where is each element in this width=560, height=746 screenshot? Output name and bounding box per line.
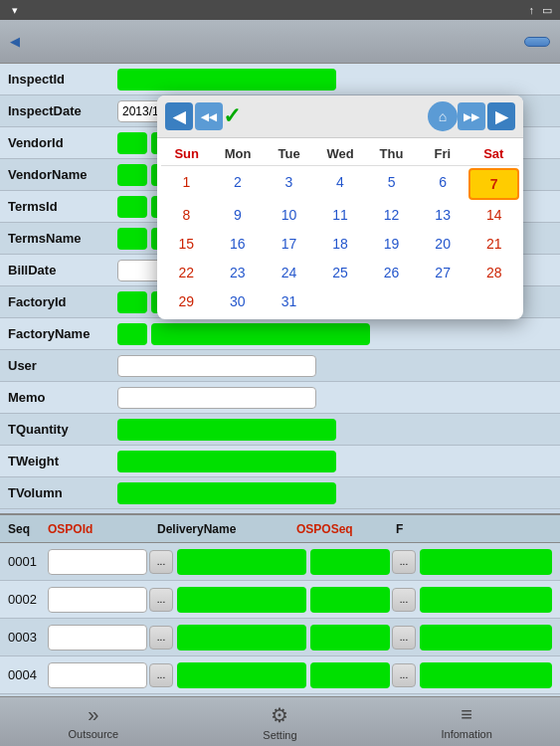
cal-day-8[interactable]: 8 [161,201,212,229]
field-label-termsid: TermsId [8,199,117,214]
cal-day-20[interactable]: 20 [418,230,468,258]
td-delivery[interactable] [177,625,306,651]
signal-icon: ↑ [529,4,535,16]
field-green-inspectid[interactable] [117,69,336,91]
td-ospo[interactable] [48,549,147,575]
cal-day-17[interactable]: 17 [264,230,314,258]
cal-day-30[interactable]: 30 [213,287,264,315]
field-small-green-factoryid[interactable] [117,291,147,313]
cal-day-23[interactable]: 23 [213,259,264,286]
field-green-tvolumn[interactable] [117,482,336,504]
td-ospo[interactable] [48,587,147,613]
field-label-billdate: BillDate [8,263,117,278]
cal-day-31[interactable]: 31 [264,287,314,315]
cal-day-7[interactable]: 7 [468,168,519,200]
cal-home-button[interactable]: ⌂ [428,101,458,131]
th-f: F [396,522,552,536]
field-small-green-vendorid[interactable] [117,132,147,154]
cal-day-6[interactable]: 6 [418,168,468,200]
td-osposeq-dots[interactable]: ... [392,626,416,650]
cal-day-27[interactable]: 27 [418,259,468,286]
td-osposeq[interactable] [310,587,390,613]
cal-day-4[interactable]: 4 [315,168,366,200]
td-delivery[interactable] [177,662,306,688]
td-last[interactable] [420,587,552,613]
cal-day-15[interactable]: 15 [161,230,212,258]
cal-day-name-mon: Mon [212,142,263,166]
cal-next-month-button[interactable]: ▶ [487,102,515,130]
cal-days[interactable]: 1234567891011121314151617181920212223242… [161,168,519,315]
cal-day-16[interactable]: 16 [213,230,264,258]
field-label-inspectdate: InspectDate [8,103,117,118]
cal-day-5[interactable]: 5 [366,168,417,200]
cal-prev-month-button[interactable]: ◀ [165,102,193,130]
td-last[interactable] [420,549,552,575]
table-header: Seq OSPOId DeliveryName OSPOSeq F [0,513,560,543]
td-osposeq-dots[interactable]: ... [392,663,416,687]
td-osposeq-dots[interactable]: ... [392,550,416,574]
save-button[interactable] [524,37,550,47]
td-ospo-dots[interactable]: ... [149,550,173,574]
td-ospo-dots[interactable]: ... [149,626,173,650]
td-osposeq[interactable] [310,549,390,575]
back-button[interactable]: ◀ [10,34,23,49]
td-osposeq[interactable] [310,625,390,651]
cal-day-12[interactable]: 12 [366,201,417,229]
cal-day-29[interactable]: 29 [161,287,212,315]
td-osposeq[interactable] [310,662,390,688]
tab-setting[interactable]: ⚙ Setting [240,703,319,741]
calendar-header: ◀ ◀◀ ✓ ⌂ ▶▶ ▶ [157,95,523,138]
cal-day-9[interactable]: 9 [213,201,264,229]
td-ospo-dots[interactable]: ... [149,588,173,612]
cal-prev-fast-button[interactable]: ◀◀ [195,102,223,130]
field-green-tweight[interactable] [117,451,336,472]
tab-outsource[interactable]: » Outsource [54,703,133,740]
td-delivery[interactable] [177,549,306,575]
field-label-vendorname: VendorName [8,167,117,182]
td-seq: 0001 [8,554,48,569]
td-ospo[interactable] [48,662,147,688]
cal-next-fast-button[interactable]: ▶▶ [458,102,485,130]
td-ospo-dots[interactable]: ... [149,663,173,687]
field-small-green-factoryname[interactable] [117,323,147,345]
field-white-memo[interactable] [117,387,316,409]
field-white-user[interactable] [117,355,316,377]
td-osposeq-dots[interactable]: ... [392,588,416,612]
cal-day-3[interactable]: 3 [264,168,314,200]
cal-day-26[interactable]: 26 [366,259,417,286]
td-last[interactable] [420,625,552,651]
cal-day-2[interactable]: 2 [213,168,264,200]
field-small-green-vendorname[interactable] [117,164,147,186]
cal-day-14[interactable]: 14 [468,201,519,229]
cal-day-24[interactable]: 24 [264,259,314,286]
field-small-green-termsid[interactable] [117,196,147,218]
cal-day-18[interactable]: 18 [315,230,366,258]
cal-prev-group: ◀ ◀◀ [165,102,223,130]
field-small-green-termsname[interactable] [117,228,147,250]
field-label-tvolumn: TVolumn [8,485,117,500]
cal-day-28[interactable]: 28 [468,259,519,286]
cal-day-11[interactable]: 11 [315,201,366,229]
tab-infomation[interactable]: ≡ Infomation [427,703,506,740]
cal-day-13[interactable]: 13 [418,201,468,229]
cal-day-names: SunMonTueWedThuFriSat [161,142,519,166]
status-left: ▾ [8,4,18,17]
td-ospo[interactable] [48,625,147,651]
cal-day-name-sun: Sun [161,142,212,166]
cal-day-19[interactable]: 19 [366,230,417,258]
cal-day-1[interactable]: 1 [161,168,212,200]
td-delivery[interactable] [177,587,306,613]
cal-day-21[interactable]: 21 [468,230,519,258]
form-row-inspectid: InspectId [0,64,560,95]
cal-day-25[interactable]: 25 [315,259,366,286]
th-deliveryname: DeliveryName [157,522,296,536]
field-green-tquantity[interactable] [117,419,336,441]
tab-icon-setting: ⚙ [271,703,288,727]
td-seq: 0002 [8,592,48,607]
cal-day-10[interactable]: 10 [264,201,314,229]
td-last[interactable] [420,662,552,688]
table-row: 0002 ... ... [0,581,560,619]
cal-next-group: ▶▶ ▶ [458,102,515,130]
cal-day-22[interactable]: 22 [161,259,212,286]
field-green2-factoryname[interactable] [151,323,370,345]
